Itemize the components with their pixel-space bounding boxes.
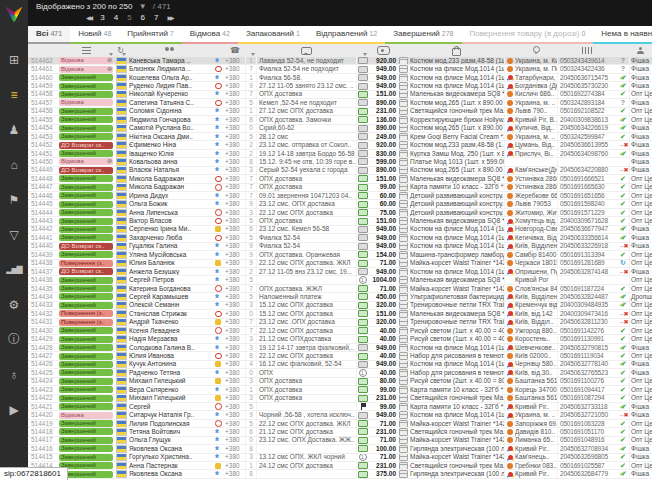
customer-phone[interactable]: +380 — [225, 428, 245, 435]
product-name[interactable]: Крем Goqi Berry Facial Cream *3.. — [408, 133, 504, 140]
product-name[interactable]: Платье Мод 1013 (1шт. х 599.00.. — [408, 158, 504, 165]
tracking-number[interactable]: 20450632824487 — [557, 293, 617, 300]
page-size-dropdown-icon[interactable]: ▼ — [139, 2, 147, 11]
customer-phone[interactable]: +380 — [225, 243, 245, 250]
table-row[interactable]: 514425ЗавершенийРадченко Тетяна*+3800ОПХ… — [28, 369, 652, 377]
tracking-number[interactable]: 0501691651656 — [557, 192, 617, 199]
customer-phone[interactable]: +380 — [225, 361, 245, 368]
filter-dropdown-icon[interactable] — [109, 53, 113, 56]
order-comment[interactable]: 22.12 смс ОПХ доставка — [256, 209, 356, 216]
tracking-number[interactable]: 0501691119034 — [557, 352, 617, 359]
customer-name[interactable]: Каневська Тамара .. — [127, 57, 213, 64]
table-row[interactable]: 514417ЗавершенийОльга Глущук*+380023.12 … — [28, 437, 652, 445]
order-comment[interactable]: 16.12 смс фіалковий, 52-54 — [256, 361, 356, 368]
tracking-number[interactable]: 0501691100276 — [557, 378, 617, 385]
tracking-number[interactable]: 0503243422436 — [557, 65, 617, 72]
customer-name[interactable]: Анна Пастернак — [127, 462, 213, 469]
customer-name[interactable]: Ксенія Леваднея — [127, 327, 213, 334]
table-row[interactable]: 514427ЗавершенийЮлия Иванова+380822.12 с… — [28, 352, 652, 360]
product-name[interactable]: Костюм мод.265 (1шт. х 890.00 .. — [408, 167, 504, 174]
table-row[interactable]: 514414ЗавершенийАнна Пастернак+380124.12… — [28, 462, 652, 470]
table-row[interactable]: 514442ЗавершенийСергіенко Ірина Ми..+380… — [28, 226, 652, 234]
customer-name[interactable]: Сергей — [127, 403, 213, 410]
customer-name[interactable]: Горгулько Христина.. — [127, 454, 213, 461]
product-name[interactable]: Набор для рисования в темнот.. — [408, 352, 504, 359]
customer-phone[interactable]: +380 — [225, 327, 245, 334]
order-comment[interactable] — [256, 445, 356, 452]
product-name[interactable]: Куртка Замш Мод. 250 (1шт. х 8.. — [408, 150, 504, 157]
tab-запакований[interactable]: Запакований1 — [238, 26, 308, 44]
tracking-number[interactable]: 0501691063228 — [557, 420, 617, 427]
table-row[interactable]: 514431Повернення (з..Андрій Ткаченко+380… — [28, 319, 652, 327]
tab-новий[interactable]: Новий48 — [70, 26, 119, 44]
customer-name[interactable]: Надія Мерзаєва — [127, 335, 213, 342]
order-comment[interactable]: Наложенный платеж — [256, 293, 356, 300]
table-row[interactable]: 514420ВідмоваСитарчук Наталія Гр..*+3809… — [28, 411, 652, 419]
tab-прийнятий[interactable]: Прийнятий7 — [119, 26, 181, 44]
order-comment[interactable]: 24.12 смс ОПХ доставка — [256, 462, 356, 469]
order-comment[interactable]: Чорний ,56-58 , хотела исключ.. — [256, 411, 356, 418]
table-row[interactable]: 514454ЗавершенийСамотій Руслана Во..*+38… — [28, 125, 652, 133]
customer-name[interactable]: Віктор Власов — [127, 217, 213, 224]
product-name[interactable]: Маленькая видеокамера SQ8 *.. — [408, 276, 504, 283]
column-header-tst[interactable] — [617, 44, 629, 57]
table-row[interactable]: 514446ЗавершенийИрина Дидух*+380709.01 з… — [28, 192, 652, 200]
customer-phone[interactable]: +380 — [225, 395, 245, 402]
page-button-5[interactable]: 5 — [127, 13, 131, 22]
tracking-number[interactable]: 0501691666521 — [557, 175, 617, 182]
customer-name[interactable]: Сергей Карамышев — [127, 293, 213, 300]
table-row[interactable]: 514462Відмова⊘Каневська Тамара ..*+3801Л… — [28, 57, 652, 65]
tracking-number[interactable]: 0503243439614 — [557, 57, 617, 64]
order-comment[interactable] — [256, 276, 356, 283]
customer-phone[interactable]: +380 — [225, 386, 245, 393]
tracking-number[interactable]: 20450632811230 — [557, 319, 617, 326]
table-row[interactable]: 514422ЗавершенийМихаил Гилецький+3803ОПХ… — [28, 395, 652, 403]
table-row[interactable]: 514443ЗавершенийВіктор Власов+3805ОПХ до… — [28, 217, 652, 225]
tracking-number[interactable]: 20450632733118 — [557, 403, 617, 410]
table-row[interactable]: 514440ДО Возврат ск..Гуцалюк Галина*+380… — [28, 243, 652, 251]
customer-name[interactable]: Радченко Тетяна — [127, 369, 213, 376]
tracking-number[interactable]: 20450632765523 — [557, 369, 617, 376]
column-header-product[interactable] — [408, 44, 504, 57]
table-row[interactable]: 514455ЗавершенийЛюдмила Гончарова*+3808О… — [28, 116, 652, 124]
table-row[interactable]: 514432Повернення (з..Станіслав Стрижак+3… — [28, 310, 652, 318]
customer-name[interactable]: Юлия Баланюк — [127, 260, 213, 267]
table-row[interactable]: 514421ЗавершенийСергей+380599.00Карта па… — [28, 403, 652, 411]
customer-phone[interactable]: +380 — [225, 293, 245, 300]
customer-phone[interactable]: +380 — [225, 352, 245, 359]
tab-завершений[interactable]: Завершений278 — [385, 26, 461, 44]
order-comment[interactable]: 27.12 11-05 занято 23.12 смс. .. — [256, 82, 356, 89]
product-name[interactable]: Светящийся гоночный трек Ма.. — [408, 428, 504, 435]
customer-phone[interactable]: +380 — [225, 226, 245, 233]
customer-name[interactable]: Ольга Божик — [127, 200, 213, 207]
order-comment[interactable] — [256, 403, 356, 410]
customer-phone[interactable]: +380 — [225, 335, 245, 342]
customer-phone[interactable]: +380 — [225, 116, 245, 123]
order-comment[interactable]: Кемел ,52-54 не подходит — [256, 99, 356, 106]
product-name[interactable]: Карта памяти 10 класс - 32Гб *1.. — [408, 403, 504, 410]
customer-name[interactable]: Яковлева Оксана — [127, 445, 213, 452]
table-row[interactable]: 514441ЗавершенийЗахарченко Люба+3805Фиал… — [28, 234, 652, 242]
customer-phone[interactable]: +380 — [225, 133, 245, 140]
tracking-number[interactable]: 0501691025587 — [557, 462, 617, 469]
customer-name[interactable]: Микола Бадражан — [127, 175, 213, 182]
product-name[interactable]: Тренировочные петли TRX Train.. — [408, 319, 504, 326]
customer-name[interactable]: Сергіенко Ірина Ми.. — [127, 226, 213, 233]
sidebar-item-customers[interactable]: ♟ — [0, 112, 28, 147]
table-row[interactable]: 514416ЗавершенийЯковлева Оксана*+3808100… — [28, 445, 652, 453]
order-comment[interactable]: 22.12 смс ОПХ доставка. ЖКЛ — [256, 420, 356, 427]
table-row[interactable]: 514461Відмова⊘Близнюк Людмила ..+3807Фиа… — [28, 65, 652, 73]
product-name[interactable]: Костюм мод.265 (1шт. х 890.00 .. — [408, 99, 504, 106]
customer-name[interactable]: Михаил Гилецький — [127, 378, 213, 385]
order-comment[interactable]: Серый 52-54 уехала с города — [256, 167, 356, 174]
order-comment[interactable]: ОПХ доставка — [256, 395, 356, 402]
customer-name[interactable]: Близнюк Людмила .. — [127, 65, 213, 72]
table-row[interactable]: 514459ЗавершенийРуденко Лидия Пав..+3809… — [28, 82, 652, 90]
tracking-number[interactable]: 20450633356614 — [557, 234, 617, 241]
customer-name[interactable]: Ковальова анна — [127, 158, 213, 165]
order-comment[interactable]: 23.12 смс .ОПХ доставка — [256, 319, 356, 326]
tracking-number[interactable]: 20450632721050 — [557, 411, 617, 418]
column-header-cnt[interactable] — [245, 44, 256, 57]
customer-name[interactable]: Солодкова Галина В.. — [127, 344, 213, 351]
product-name[interactable]: Костюм на флисе Мод.1014 (1ш.. — [408, 243, 504, 250]
